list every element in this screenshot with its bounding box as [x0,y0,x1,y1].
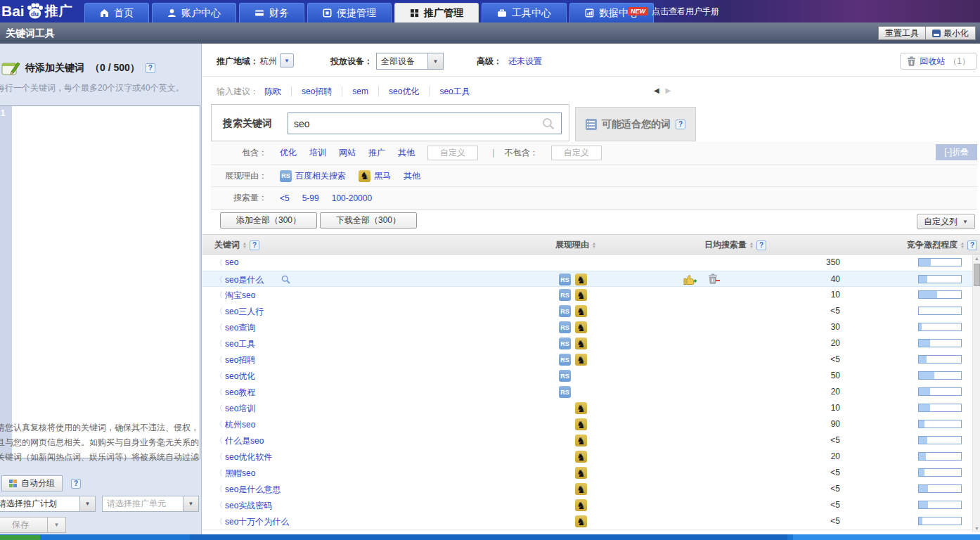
collapse-toggle[interactable]: [-]折叠 [936,144,977,160]
keyword-link[interactable]: 黑帽seo [225,468,255,480]
table-row[interactable]: 〈 seo优化软件 RS ♞ [202,449,973,465]
filter-darkhorse[interactable]: 黑马 [374,170,391,182]
table-row[interactable]: 〈 seo实战密码 RS ♞ [202,497,973,513]
include-custom-button[interactable]: 自定义 [427,146,478,160]
exclude-custom-button[interactable]: 自定义 [551,146,602,160]
help-icon[interactable]: ? [250,240,259,250]
volume-option-link[interactable]: <5 [280,193,290,203]
suggestion-link[interactable]: 陈欧 [259,86,291,96]
column-header-daily-volume[interactable]: 日均搜索量 ▲▼ ? [704,235,766,255]
region-dropdown-button[interactable]: ▼ [280,53,294,68]
suggestion-link[interactable]: seo招聘 [291,86,342,96]
keyword-link[interactable]: seo三人行 [225,306,264,318]
include-option-link[interactable]: 其他 [398,147,415,159]
suggestion-link[interactable]: seo优化 [378,86,429,96]
keyword-link[interactable]: seo十万个为什么 [225,516,289,528]
column-header-competition[interactable]: 竞争激烈程度 ▲▼ ? [907,235,977,255]
column-header-display-reason[interactable]: 展现理由 ▲▼ [555,235,596,255]
advanced-settings-link[interactable]: 还未设置 [508,56,542,68]
help-icon[interactable]: ? [967,240,977,250]
volume-option-link[interactable]: 100-20000 [332,193,372,203]
table-row[interactable]: 〈 黑帽seo RS ♞ [202,465,973,481]
recycle-bin-button[interactable]: 回收站 （1） [900,53,977,70]
help-icon[interactable]: ? [676,120,685,129]
save-dropdown-arrow[interactable]: ▼ [48,517,66,533]
table-row[interactable]: 〈 seo三人行 RS ♞ [202,303,973,319]
adgroup-select[interactable]: 请选择推广单元 ▼ [102,496,199,512]
table-row[interactable]: 〈 seo是什么 RS ♞ [202,271,973,287]
search-icon[interactable] [542,117,555,132]
keyword-link[interactable]: seo教程 [225,387,255,399]
search-input[interactable] [288,112,562,134]
tab-suitable-words[interactable]: 可能适合您的词 ? [575,107,696,141]
reset-tool-button[interactable]: 重置工具 [878,26,926,40]
campaign-select[interactable]: 请选择推广计划 ▼ [0,496,96,512]
sort-icon[interactable]: ▲▼ [592,242,596,249]
minimize-button[interactable]: 最小化 [926,26,976,40]
filter-reason-other[interactable]: 其他 [404,170,420,182]
sort-icon[interactable]: ▲▼ [243,242,247,249]
keyword-link[interactable]: seo是什么意思 [225,484,281,496]
suggestion-link[interactable]: seo工具 [429,86,479,96]
save-button[interactable]: 保存 [0,517,48,533]
help-icon[interactable]: ? [71,479,81,489]
nav-tab-5[interactable]: 推广管理 [394,3,479,22]
keyword-link[interactable]: seo优化 [225,371,255,382]
pager-prev-icon[interactable]: ◀ [654,86,659,94]
custom-columns-button[interactable]: 自定义列 ▼ [917,214,975,229]
download-all-button[interactable]: 下载全部（300） [320,212,417,229]
table-row[interactable]: 〈 seo十万个为什么 RS ♞ [202,513,973,529]
keyword-link[interactable]: seo培训 [225,403,255,415]
include-option-link[interactable]: 网站 [339,147,356,159]
include-option-link[interactable]: 培训 [309,147,326,159]
nav-tab-4[interactable]: 便捷管理 [307,3,392,22]
help-icon[interactable]: ? [756,240,766,250]
table-row[interactable]: 〈 seo是什么意思 RS ♞ [202,481,973,497]
keyword-link[interactable]: seo [225,257,238,267]
keyword-link[interactable]: seo招聘 [225,354,255,366]
nav-tab-3[interactable]: 财务 [239,3,304,22]
keyword-link[interactable]: seo实战密码 [225,500,272,512]
suggestion-link[interactable]: sem [342,86,378,96]
keyword-link[interactable]: seo优化软件 [225,451,272,463]
table-row[interactable]: 〈 seo优化 RS ♞ [202,368,973,384]
include-option-link[interactable]: 推广 [368,147,385,159]
keyword-link[interactable]: 杭州seo [225,419,255,431]
sort-icon[interactable]: ▲▼ [960,242,965,249]
table-row[interactable]: 〈 seo教程 RS ♞ [202,384,973,400]
pager-next-icon[interactable]: ▶ [665,86,671,94]
nav-tab-1[interactable]: 首页 [84,3,149,22]
volume-option-link[interactable]: 5-99 [302,193,319,203]
add-keyword-thumb-icon[interactable] [683,274,698,288]
table-row[interactable]: 〈 seo工具 RS ♞ [202,335,973,352]
keywords-textarea[interactable] [12,106,200,458]
device-select[interactable]: 全部设备 ▼ [376,53,444,70]
keyword-link[interactable]: seo查询 [225,322,255,334]
table-row[interactable]: 〈 杭州seo RS ♞ [202,416,973,432]
table-row[interactable]: 〈 淘宝seo RS ♞ [202,287,973,303]
table-row[interactable]: 〈 seo培训 RS ♞ [202,400,973,416]
include-option-link[interactable]: 优化 [280,147,297,159]
filter-baidu-related-search[interactable]: 百度相关搜索 [295,170,346,182]
add-all-button[interactable]: 添加全部（300） [220,212,317,229]
keyword-link[interactable]: seo是什么 [225,274,264,286]
table-row[interactable]: 〈 seo RS ♞ 35 [202,255,973,271]
scroll-up-arrow-icon[interactable]: ▲ [973,255,980,262]
nav-tab-6[interactable]: 工具中心 [482,3,567,22]
help-icon[interactable]: ? [146,63,155,73]
keyword-link[interactable]: 淘宝seo [225,290,255,302]
table-row[interactable]: 〈 seo查询 RS ♞ [202,319,973,335]
column-header-keyword[interactable]: 关键词 ▲▼ ? [214,235,259,255]
keyword-link[interactable]: seo工具 [225,338,255,350]
sort-icon[interactable]: ▲▼ [749,242,754,249]
table-row[interactable]: 〈 seo招聘 RS ♞ [202,352,973,368]
nav-tab-2[interactable]: 账户中心 [152,3,236,22]
vertical-scrollbar[interactable]: ▲ ▼ [972,255,980,532]
user-manual-link[interactable]: 点击查看用户手册 [652,6,719,18]
keyword-link[interactable]: 什么是seo [225,435,264,447]
auto-group-button[interactable]: 自动分组 [1,475,63,491]
scroll-down-arrow-icon[interactable]: ▼ [973,525,980,532]
scrollbar-thumb[interactable] [974,264,980,286]
magnifier-icon[interactable] [281,275,290,286]
table-row[interactable]: 〈 什么是seo RS ♞ [202,432,973,449]
